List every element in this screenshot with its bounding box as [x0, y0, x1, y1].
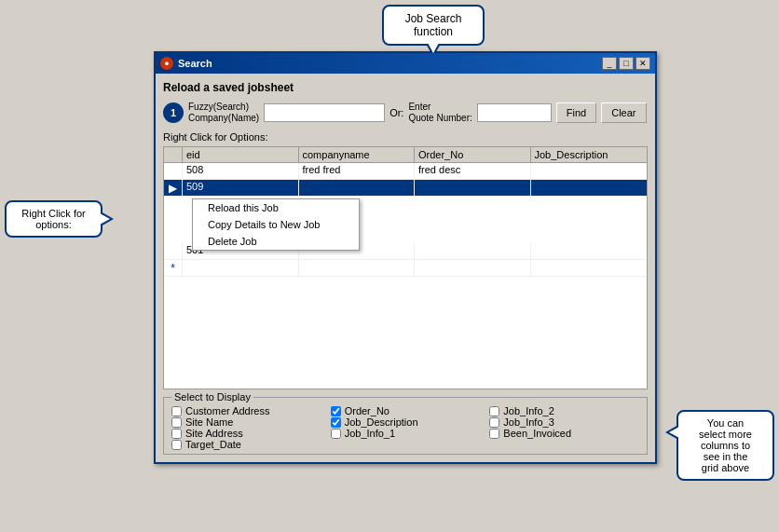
job-info-2-checkbox[interactable]: [489, 406, 499, 416]
cell-order-no: [415, 243, 531, 259]
been-invoiced-checkbox[interactable]: [489, 429, 499, 439]
checkbox-item: Been_Invoiced: [489, 428, 639, 439]
checkbox-item: Site Address: [171, 428, 321, 439]
checkbox-label: Site Name: [185, 416, 233, 428]
title-controls: _ □ ✕: [602, 57, 650, 70]
table-row[interactable]: *: [164, 260, 647, 277]
row-indicator: [164, 243, 183, 259]
columns-bubble-text: You can select more columns to see in th…: [699, 417, 752, 473]
checkbox-item: Job_Description: [331, 416, 481, 428]
order-no-checkbox[interactable]: [331, 406, 341, 416]
grid-area: 508 fred fred fred desc ▶ 509 Reload thi…: [164, 163, 647, 389]
checkbox-label: Order_No: [345, 405, 390, 416]
close-button[interactable]: ✕: [636, 57, 650, 70]
checkbox-label: Job_Info_1: [345, 428, 395, 439]
select-display-legend: Select to Display: [171, 391, 253, 402]
quote-number-input[interactable]: [477, 103, 552, 122]
cell-eid: 508: [183, 163, 299, 179]
window-body: Reload a saved jobsheet 1 Fuzzy(Search) …: [156, 74, 655, 462]
fuzzy-label: Fuzzy(Search) Company(Name): [188, 102, 259, 124]
right-click-label: Right Click for Options:: [163, 131, 648, 143]
step-badge: 1: [163, 102, 184, 123]
grid-header-order-no[interactable]: Order_No: [415, 147, 531, 162]
cell-job-desc: [531, 243, 648, 259]
right-click-bubble: Right Click for options:: [5, 200, 102, 238]
site-address-checkbox[interactable]: [171, 429, 182, 439]
context-menu-item-copy[interactable]: Copy Details to New Job: [193, 216, 359, 233]
job-search-bubble-text: Job Search function: [405, 12, 462, 38]
job-info-1-checkbox[interactable]: [331, 429, 341, 439]
checkbox-item: Customer Address: [171, 405, 321, 416]
window-subtitle: Reload a saved jobsheet: [163, 81, 648, 94]
customer-address-checkbox[interactable]: [171, 406, 182, 416]
cell-eid: 509: [183, 180, 299, 196]
cell-order-no: [415, 260, 531, 276]
target-date-checkbox[interactable]: [171, 440, 182, 450]
select-display-group: Select to Display Customer Address Site …: [163, 397, 648, 455]
checkbox-item: Job_Info_3: [489, 416, 639, 428]
checkbox-item: Job_Info_1: [331, 428, 481, 439]
title-bar-left: ● Search: [160, 57, 212, 70]
context-menu-item-reload[interactable]: Reload this Job: [193, 199, 359, 216]
job-description-checkbox[interactable]: [331, 417, 341, 428]
row-indicator: [164, 163, 183, 179]
checkbox-label: Job_Info_2: [503, 405, 554, 416]
fuzzy-search-input[interactable]: [264, 103, 385, 122]
window-title: Search: [178, 58, 212, 69]
checkbox-label: Target_Date: [185, 439, 241, 450]
right-click-bubble-text: Right Click for options:: [21, 208, 85, 230]
checkbox-label: Been_Invoiced: [503, 428, 571, 439]
quote-label: Enter Quote Number:: [408, 102, 472, 124]
table-row[interactable]: 508 fred fred fred desc: [164, 163, 647, 180]
minimize-button[interactable]: _: [602, 57, 617, 70]
search-row: 1 Fuzzy(Search) Company(Name) Or: Enter …: [163, 102, 648, 124]
grid-header-job-desc[interactable]: Job_Description: [531, 147, 648, 162]
context-menu-item-delete[interactable]: Delete Job: [193, 233, 359, 250]
table-row[interactable]: ▶ 509: [164, 180, 647, 197]
checkboxes-grid: Customer Address Site Name Site Address …: [171, 405, 639, 450]
grid-header-indicator: [164, 147, 183, 162]
cell-companyname: [299, 180, 416, 196]
cell-job-desc: [531, 163, 648, 179]
checkbox-label: Site Address: [185, 428, 243, 439]
grid-empty-area: [164, 277, 647, 389]
cell-companyname: fred fred: [299, 163, 416, 179]
context-menu: Reload this Job Copy Details to New Job …: [192, 198, 360, 251]
checkbox-item: Target_Date: [171, 439, 321, 450]
checkbox-item: Order_No: [331, 405, 481, 416]
cell-companyname: [299, 260, 416, 276]
columns-bubble: You can select more columns to see in th…: [676, 410, 774, 481]
search-window: ● Search _ □ ✕ Reload a saved jobsheet 1…: [154, 51, 657, 464]
window-icon: ●: [160, 57, 173, 70]
checkbox-item: Site Name: [171, 416, 321, 428]
cell-order-no: fred desc: [415, 163, 531, 179]
checkbox-col-2: Order_No Job_Description Job_Info_1: [331, 405, 481, 450]
or-label: Or:: [390, 107, 403, 118]
find-button[interactable]: Find: [556, 102, 596, 123]
cell-job-desc: [531, 180, 648, 196]
row-indicator: ▶: [164, 180, 183, 196]
clear-button[interactable]: Clear: [601, 102, 646, 123]
checkbox-label: Job_Description: [345, 416, 418, 428]
grid-header: eid companyname Order_No Job_Description: [164, 147, 647, 163]
job-info-3-checkbox[interactable]: [489, 417, 499, 428]
checkbox-label: Customer Address: [185, 405, 269, 416]
job-search-bubble: Job Search function: [382, 5, 485, 46]
grid-header-companyname[interactable]: companyname: [299, 147, 416, 162]
grid-header-eid[interactable]: eid: [183, 147, 299, 162]
cell-order-no: [415, 180, 531, 196]
checkbox-col-3: Job_Info_2 Job_Info_3 Been_Invoiced: [489, 405, 639, 450]
cell-eid: [183, 260, 299, 276]
maximize-button[interactable]: □: [619, 57, 634, 70]
cell-job-desc: [531, 260, 648, 276]
checkbox-item: Job_Info_2: [489, 405, 639, 416]
checkbox-label: Job_Info_3: [503, 416, 554, 428]
data-grid: eid companyname Order_No Job_Description…: [163, 146, 648, 389]
row-indicator: *: [164, 260, 183, 276]
title-bar: ● Search _ □ ✕: [156, 53, 655, 74]
site-name-checkbox[interactable]: [171, 417, 182, 428]
checkbox-col-1: Customer Address Site Name Site Address …: [171, 405, 321, 450]
